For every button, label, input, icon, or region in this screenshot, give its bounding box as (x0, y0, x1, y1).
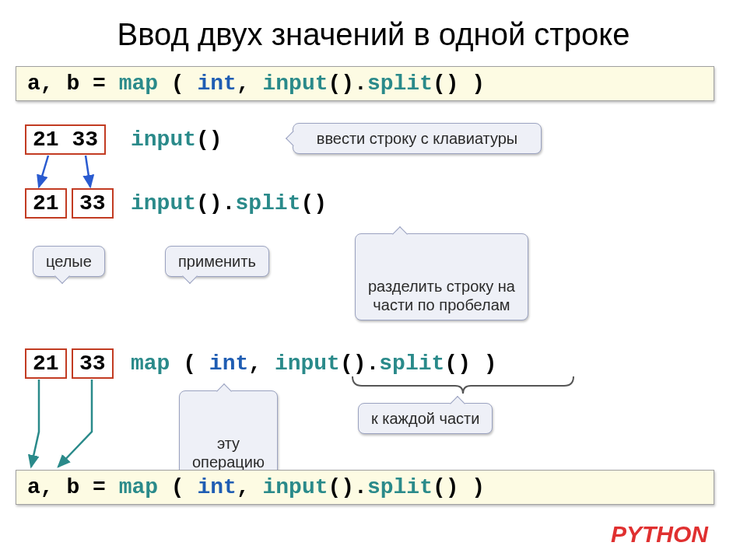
code-token: (). (340, 352, 379, 376)
svg-line-1 (86, 156, 90, 187)
language-label: PYTHON (611, 521, 708, 548)
code-bar-top: a, b = map ( int, input().split() ) (16, 66, 714, 101)
code-fragment: input().split() (131, 191, 327, 215)
code-token: input (263, 72, 328, 96)
callout-integers: целые (33, 246, 105, 277)
code-bar-bottom: a, b = map ( int, input().split() ) (16, 470, 714, 505)
callout-each-part: к каждой части (358, 403, 493, 434)
value-box-b: 33 (72, 188, 114, 219)
code-token: input (131, 128, 196, 152)
code-token: (). (196, 191, 235, 215)
code-token: split (379, 352, 444, 376)
code-token: () ) (444, 352, 496, 376)
code-token: () (300, 191, 327, 215)
value-box-a: 21 (25, 348, 67, 379)
code-token: map (119, 475, 158, 499)
callout-apply: применить (165, 246, 269, 277)
code-token: (). (328, 72, 367, 96)
callout-split: разделить строку на части по пробелам (355, 233, 528, 320)
page-title: Ввод двух значений в одной строке (0, 0, 747, 66)
code-token: ( (170, 352, 209, 376)
code-token: split (367, 475, 433, 499)
svg-line-0 (39, 156, 48, 187)
value-box-pair: 21 33 (25, 124, 106, 155)
code-token: () (196, 128, 223, 152)
code-token: a, b = (27, 475, 119, 499)
code-token: map (131, 352, 170, 376)
code-token: int (209, 352, 248, 376)
value-box-b: 33 (72, 348, 114, 379)
callout-this-operation: эту операцию (179, 390, 278, 478)
code-token: () ) (433, 475, 485, 499)
code-token: a, b = (27, 72, 119, 96)
code-token: map (119, 72, 158, 96)
callout-text: применить (178, 253, 256, 270)
code-token: input (275, 352, 340, 376)
callout-text: разделить строку на части по пробелам (368, 278, 515, 313)
code-fragment: input() (131, 128, 223, 152)
code-token: split (235, 191, 300, 215)
callout-text: ввести строку с клавиатуры (317, 130, 517, 147)
code-token: int (197, 72, 236, 96)
code-token: input (263, 475, 328, 499)
code-token: , (237, 72, 263, 96)
callout-text: эту операцию (192, 435, 265, 471)
code-token: , (248, 352, 275, 376)
code-token: ( (158, 72, 197, 96)
code-token: input (131, 191, 196, 215)
code-token: (). (328, 475, 367, 499)
value-box-a: 21 (25, 188, 67, 219)
code-token: split (367, 72, 433, 96)
callout-text: целые (46, 253, 92, 270)
code-token: ( (158, 475, 197, 499)
code-token: , (237, 475, 263, 499)
code-token: () ) (433, 72, 485, 96)
callout-text: к каждой части (371, 410, 479, 427)
code-token: int (197, 475, 236, 499)
callout-keyboard: ввести строку с клавиатуры (293, 123, 542, 154)
code-fragment: map ( int, input().split() ) (131, 352, 497, 376)
